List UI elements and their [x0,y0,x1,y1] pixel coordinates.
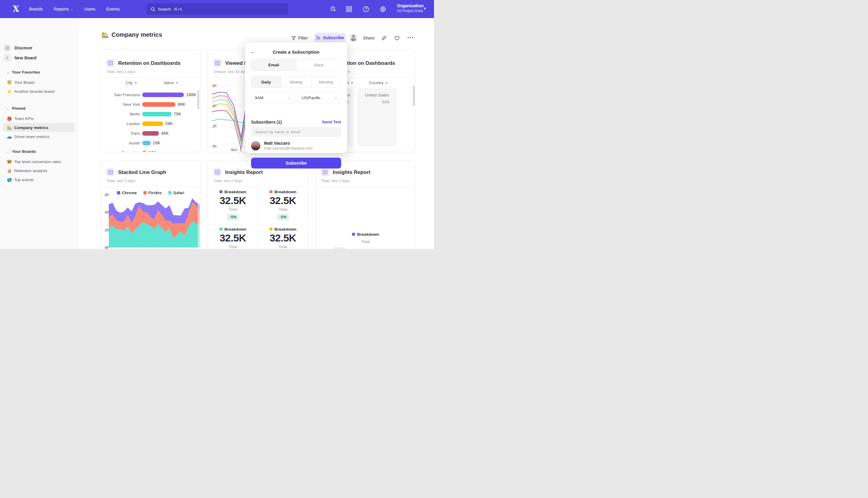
discover-label: Discover [14,45,32,50]
apps-grid-icon[interactable] [345,5,353,13]
subscribe-button[interactable]: Subscribe [315,32,346,43]
bar [142,150,146,153]
bar [142,141,151,145]
compass-icon [4,44,11,52]
sidebar-item-driver-team-metrics[interactable]: 🚙Driver team metrics [3,132,75,141]
sidebar-item-another-favorite-board[interactable]: ⭐Another favorite board [3,87,75,96]
scrollbar[interactable] [197,90,199,109]
subscribers-label: Subscribers (1) [251,120,282,124]
sidebar-item-retention-analysis[interactable]: ⛵Retention analysis [3,166,75,175]
channel-option-email[interactable]: Email [251,60,296,70]
breakdown-legend: Breakdown [258,227,307,232]
top-nav: X BoardsReports⌄UsersEvents Search ⌘+K O… [0,0,434,18]
card-subtitle: Total, last 2 days [106,69,136,74]
sidebar-item-new-board[interactable]: + New Board [4,53,75,63]
sidebar: Discover + New Board ⌄Your Favorites😇You… [0,18,78,249]
column-header-city[interactable]: City▼ [126,80,137,85]
breakdown-legend: Breakdown [258,189,307,194]
report-icon [321,168,329,176]
time-select[interactable]: 9AM⌄ [251,92,294,103]
filter-button[interactable]: Filter [292,34,308,42]
column-header-value[interactable]: Value▼ [164,80,178,85]
nav-item-reports[interactable]: Reports⌄ [54,6,73,11]
card-insights-report-grid: Insights Report Total, last 2 days Break… [208,160,307,249]
bar-row-new-york[interactable]: New York80K [101,101,197,108]
frequency-option-weekly[interactable]: Weekly [281,77,311,88]
sidebar-item-discover[interactable]: Discover [4,43,75,53]
rss-icon [316,35,321,40]
timezone-select[interactable]: US/Pacific⌄ [298,92,341,103]
favorite-heart-icon[interactable] [394,34,400,42]
sidebar-item-team-kpis[interactable]: 🎒Team KPIs [3,114,75,123]
board-emoji: 🌎 [6,178,12,182]
metric-value: 32.5K [208,195,258,207]
card-title: Insights Report [333,169,370,175]
card-subtitle: Total, last 2 days [106,179,136,183]
insight-tile-2[interactable]: Breakdown32.5KTotal↑5% [258,189,307,220]
settings-icon[interactable] [379,5,387,13]
x-tick-label: Nov 1 [231,148,242,152]
column-header-country[interactable]: Country▼ [369,80,388,85]
bar-row-paris[interactable]: Paris40K [101,130,197,136]
share-button[interactable]: Share [363,34,375,42]
data-gear-icon[interactable] [330,5,337,13]
insight-tile-3[interactable]: Breakdown32.5KTotal↑5% [208,227,258,249]
sidebar-section-your-boards[interactable]: ⌄Your Boards [6,149,73,154]
create-subscription-modal: ← Create a Subscription EmailSlack Daily… [245,42,347,153]
subscriber-email: matt.vaccaro@mixpanel.com [264,146,312,150]
nav-item-boards[interactable]: Boards [29,6,43,11]
sidebar-item-top-events[interactable]: 🌎Top events [3,175,75,184]
frequency-option-daily[interactable]: Daily [251,77,281,88]
sidebar-item-company-metrics[interactable]: 🏡Company metrics [3,123,75,132]
scrollbar[interactable] [413,86,415,106]
total-label: Total [258,207,307,212]
report-icon [106,59,115,67]
project-name: All Project Data [397,9,424,13]
card-subtitle: Total, last 2 days [213,179,243,183]
more-options-button[interactable]: ••• [408,35,414,40]
page-title: 🏡 Company metrics [101,31,162,38]
bar-row-berlin[interactable]: Berlin70K [101,110,197,117]
report-icon [213,59,222,67]
sidebar-item-your-board[interactable]: 😇Your Board [3,78,75,87]
copy-link-icon[interactable] [381,34,387,42]
report-icon [213,168,222,176]
card-insights-report-single: Insights Report Total, last 2 days Break… [315,160,415,249]
breakdown-tile-country[interactable]: United States 64K [357,88,397,146]
board-emoji: ⭐ [6,89,12,94]
board-emoji: 🎒 [6,116,12,121]
bar-row-bangalore[interactable]: Bangalore10K [101,149,197,152]
search-input[interactable]: Search ⌘+K [146,3,288,15]
subscriber-search-input[interactable]: Search by name or email [251,127,341,137]
bar-row-london[interactable]: London50K [101,120,197,127]
insight-tile-4[interactable]: Breakdown32.5KTotal↑5% [258,227,307,249]
frequency-option-monthly[interactable]: Monthly [311,77,341,88]
nav-item-users[interactable]: Users [84,6,95,11]
bar [142,112,172,116]
subscribe-submit-button[interactable]: Subscribe [251,158,341,169]
nav-links: BoardsReports⌄UsersEvents [29,0,120,18]
mixpanel-logo-icon[interactable]: X [11,4,21,14]
bar [142,102,175,107]
delta-badge: ↑5% [227,214,239,220]
bar [142,93,184,97]
insight-tile-1[interactable]: Breakdown32.5KTotal↑5% [208,189,258,220]
board-emoji: ⛵ [6,169,12,173]
user-avatar[interactable] [350,34,357,41]
send-test-link[interactable]: Send Test [322,120,341,124]
org-project-switcher[interactable]: Organization All Project Data [397,3,424,13]
bar-row-san-francisco[interactable]: San Francisco100K [101,91,197,98]
help-icon[interactable] [362,5,370,13]
delta-badge: ↑5% [333,247,345,249]
sidebar-section-your-favorites[interactable]: ⌄Your Favorites [6,70,73,75]
sidebar-section-pinned[interactable]: ⌄Pinned [6,106,73,110]
channel-option-slack[interactable]: Slack [296,60,341,70]
chevron-down-icon: ⌄ [70,8,73,11]
report-icon [106,168,115,176]
sidebar-item-top-level-conversion-rates[interactable]: 🤓Top level conversion rates [3,157,75,166]
bar-row-austin[interactable]: Austin20K [101,140,197,146]
plus-icon: + [4,54,11,62]
nav-item-events[interactable]: Events [106,6,120,11]
total-label: Total [208,207,258,212]
total-label: Total [258,245,307,249]
